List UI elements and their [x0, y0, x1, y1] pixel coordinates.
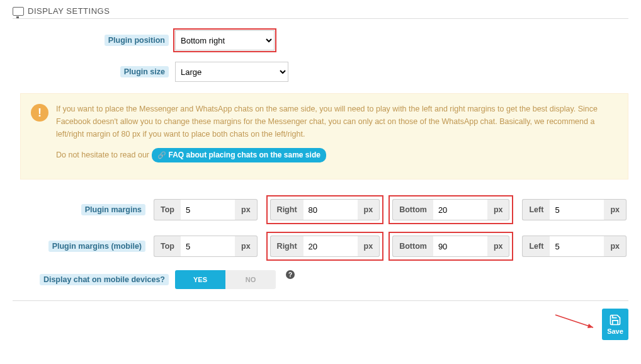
addon-px: px: [487, 199, 510, 220]
m-margin-right-wrap: Right px: [268, 234, 382, 259]
divider: [13, 300, 628, 301]
m-margin-top-wrap: Top px: [152, 234, 259, 259]
margin-top-wrap: Top px: [152, 197, 259, 222]
panel-header: DISPLAY SETTINGS: [13, 6, 628, 19]
addon-top: Top: [154, 199, 181, 220]
margin-bottom-input[interactable]: [433, 199, 487, 220]
m-margin-bottom-input[interactable]: [433, 236, 487, 257]
alert-text: If you want to place the Messenger and W…: [56, 103, 618, 170]
label-plugin-size: Plugin size: [120, 66, 169, 77]
addon-px: px: [604, 199, 627, 220]
addon-px: px: [604, 236, 627, 257]
help-icon[interactable]: ?: [286, 270, 295, 279]
addon-top: Top: [154, 236, 181, 257]
label-display-mobile: Display chat on mobile devices?: [40, 274, 169, 285]
margin-bottom-wrap: Bottom px: [390, 197, 511, 222]
addon-px: px: [358, 236, 380, 257]
margin-right-input[interactable]: [303, 199, 358, 220]
exclamation-icon: !: [31, 104, 48, 122]
save-button[interactable]: Save: [602, 309, 628, 340]
label-plugin-position: Plugin position: [105, 35, 169, 46]
footer: Save: [13, 309, 628, 346]
row-plugin-size: Plugin size Large: [13, 62, 628, 82]
addon-px: px: [235, 236, 258, 257]
panel-title: DISPLAY SETTINGS: [28, 6, 110, 16]
addon-px: px: [487, 236, 510, 257]
margin-left-wrap: Left px: [520, 197, 628, 222]
alert-info: ! If you want to place the Messenger and…: [20, 93, 628, 179]
arrow-annotation: [554, 314, 598, 333]
m-margin-right-input[interactable]: [303, 236, 358, 257]
addon-px: px: [358, 199, 380, 220]
label-margins: Plugin margins: [81, 204, 145, 215]
row-margins-mobile: Plugin margins (mobile) Top px Right px …: [13, 234, 628, 259]
row-margins: Plugin margins Top px Right px Bottom px: [13, 197, 628, 222]
link-icon: 🔗: [157, 150, 166, 161]
m-margin-left-wrap: Left px: [520, 234, 628, 259]
addon-right: Right: [270, 199, 303, 220]
addon-left: Left: [522, 199, 550, 220]
addon-bottom: Bottom: [392, 199, 433, 220]
margin-top-input[interactable]: [181, 199, 235, 220]
m-margin-top-input[interactable]: [181, 236, 235, 257]
save-label: Save: [607, 327, 623, 335]
plugin-size-select[interactable]: Large: [175, 62, 288, 82]
row-display-mobile: Display chat on mobile devices? YES NO ?: [13, 270, 628, 289]
save-icon: [609, 314, 621, 326]
addon-px: px: [235, 199, 258, 220]
faq-link-button[interactable]: 🔗 FAQ about placing chats on the same si…: [152, 148, 326, 162]
toggle-no[interactable]: NO: [225, 270, 276, 289]
plugin-position-select[interactable]: Bottom right: [175, 30, 275, 50]
row-plugin-position: Plugin position Bottom right: [13, 30, 628, 50]
monitor-icon: [13, 7, 24, 16]
label-margins-mobile: Plugin margins (mobile): [48, 241, 145, 252]
toggle-yes[interactable]: YES: [175, 270, 225, 289]
m-margin-left-input[interactable]: [550, 236, 604, 257]
svg-line-0: [555, 315, 593, 327]
addon-left: Left: [522, 236, 550, 257]
m-margin-bottom-wrap: Bottom px: [390, 234, 511, 259]
plugin-position-wrap: Bottom right: [175, 30, 275, 50]
display-mobile-toggle[interactable]: YES NO: [175, 270, 276, 289]
margin-left-input[interactable]: [550, 199, 604, 220]
margin-right-wrap: Right px: [268, 197, 382, 222]
svg-marker-1: [587, 324, 593, 328]
addon-bottom: Bottom: [392, 236, 433, 257]
addon-right: Right: [270, 236, 303, 257]
